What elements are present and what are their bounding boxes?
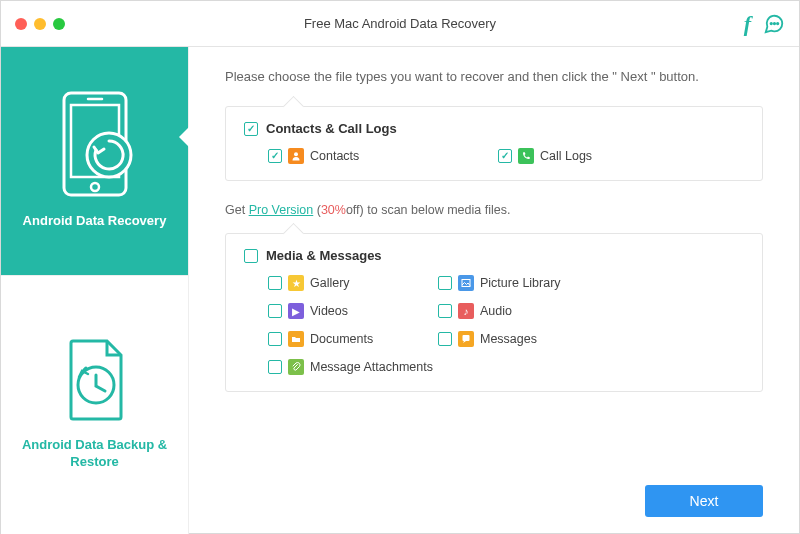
item-calllogs-label: Call Logs — [540, 149, 592, 163]
contacts-icon — [288, 148, 304, 164]
checkbox-audio[interactable] — [438, 304, 452, 318]
promo-text: Get Pro Version (30%off) to scan below m… — [225, 203, 763, 217]
svg-rect-10 — [462, 280, 470, 287]
checkbox-contacts[interactable] — [268, 149, 282, 163]
group-media-messages: Media & Messages ★ Gallery Picture Libra… — [225, 233, 763, 392]
checkbox-videos[interactable] — [268, 304, 282, 318]
item-attachments-label: Message Attachments — [310, 360, 433, 374]
close-icon[interactable] — [15, 18, 27, 30]
group-media-items: ★ Gallery Picture Library ▶ Videos — [244, 275, 744, 375]
item-picture-library-label: Picture Library — [480, 276, 561, 290]
titlebar: Free Mac Android Data Recovery f — [1, 1, 799, 47]
item-audio[interactable]: ♪ Audio — [438, 303, 608, 319]
group-contacts-title: Contacts & Call Logs — [266, 121, 397, 136]
window-title: Free Mac Android Data Recovery — [1, 16, 799, 31]
group-contacts-items: Contacts Call Logs — [244, 148, 744, 164]
gallery-icon: ★ — [288, 275, 304, 291]
next-button[interactable]: Next — [645, 485, 763, 517]
messages-icon — [458, 331, 474, 347]
group-contacts-header[interactable]: Contacts & Call Logs — [244, 121, 744, 136]
sidebar-tab-recovery[interactable]: Android Data Recovery — [1, 47, 188, 275]
app-window: Free Mac Android Data Recovery f — [0, 0, 800, 534]
svg-rect-11 — [463, 335, 470, 341]
group-media-header[interactable]: Media & Messages — [244, 248, 744, 263]
group-contacts-calllogs: Contacts & Call Logs Contacts — [225, 106, 763, 181]
promo-off-suffix: off — [346, 203, 360, 217]
checkbox-gallery[interactable] — [268, 276, 282, 290]
item-videos-label: Videos — [310, 304, 348, 318]
item-messages-label: Messages — [480, 332, 537, 346]
audio-icon: ♪ — [458, 303, 474, 319]
item-documents-label: Documents — [310, 332, 373, 346]
svg-point-9 — [294, 152, 298, 156]
window-controls — [15, 18, 65, 30]
promo-paren-open: ( — [313, 203, 321, 217]
maximize-icon[interactable] — [53, 18, 65, 30]
item-calllogs[interactable]: Call Logs — [498, 148, 668, 164]
window-body: Android Data Recovery Android Data Backu… — [1, 47, 799, 534]
item-documents[interactable]: Documents — [268, 331, 438, 347]
instruction-text: Please choose the file types you want to… — [225, 69, 763, 84]
item-contacts[interactable]: Contacts — [268, 148, 498, 164]
item-gallery[interactable]: ★ Gallery — [268, 275, 438, 291]
facebook-icon[interactable]: f — [744, 11, 751, 37]
minimize-icon[interactable] — [34, 18, 46, 30]
svg-point-0 — [771, 23, 772, 24]
checkbox-media-group[interactable] — [244, 249, 258, 263]
group-media-title: Media & Messages — [266, 248, 382, 263]
item-messages[interactable]: Messages — [438, 331, 608, 347]
item-contacts-label: Contacts — [310, 149, 359, 163]
svg-point-1 — [774, 23, 775, 24]
item-gallery-label: Gallery — [310, 276, 350, 290]
titlebar-actions: f — [744, 1, 785, 47]
item-audio-label: Audio — [480, 304, 512, 318]
checkbox-messages[interactable] — [438, 332, 452, 346]
calllogs-icon — [518, 148, 534, 164]
sidebar-tab-backup[interactable]: Android Data Backup & Restore — [1, 275, 188, 533]
sidebar: Android Data Recovery Android Data Backu… — [1, 47, 189, 534]
item-attachments[interactable]: Message Attachments — [268, 359, 488, 375]
videos-icon: ▶ — [288, 303, 304, 319]
feedback-icon[interactable] — [763, 13, 785, 35]
file-clock-icon — [59, 335, 131, 423]
svg-point-5 — [91, 183, 99, 191]
phone-recover-icon — [54, 89, 136, 199]
sidebar-tab-backup-label: Android Data Backup & Restore — [11, 437, 178, 470]
checkbox-contacts-group[interactable] — [244, 122, 258, 136]
checkbox-documents[interactable] — [268, 332, 282, 346]
attachments-icon — [288, 359, 304, 375]
pro-version-link[interactable]: Pro Version — [249, 203, 314, 217]
item-picture-library[interactable]: Picture Library — [438, 275, 608, 291]
sidebar-tab-recovery-label: Android Data Recovery — [23, 213, 167, 229]
promo-suffix: ) to scan below media files. — [360, 203, 511, 217]
checkbox-calllogs[interactable] — [498, 149, 512, 163]
checkbox-attachments[interactable] — [268, 360, 282, 374]
promo-prefix: Get — [225, 203, 249, 217]
promo-discount: 30% — [321, 203, 346, 217]
svg-point-2 — [777, 23, 778, 24]
item-videos[interactable]: ▶ Videos — [268, 303, 438, 319]
picture-icon — [458, 275, 474, 291]
main-panel: Please choose the file types you want to… — [189, 47, 799, 534]
documents-icon — [288, 331, 304, 347]
checkbox-picture-library[interactable] — [438, 276, 452, 290]
